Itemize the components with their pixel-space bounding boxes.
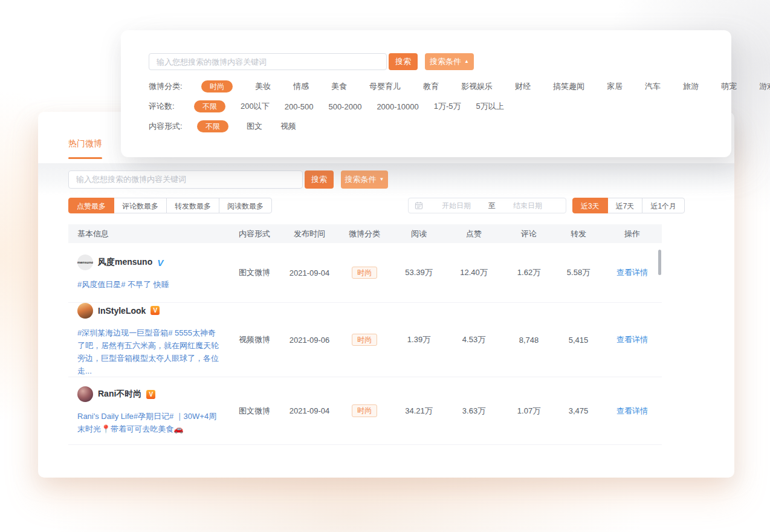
- filter-option[interactable]: 1万-5万: [434, 101, 461, 112]
- sort-tabs: 点赞最多 评论数最多 转发数最多 阅读数最多: [68, 198, 272, 213]
- table-row: mensuno 风度mensuno V #风度值日星# 不早了 快睡 图文微博 …: [68, 243, 662, 303]
- cell-category: 时尚: [335, 334, 393, 346]
- filter-option[interactable]: 200-500: [285, 102, 314, 111]
- filter-label: 内容形式:: [149, 121, 190, 132]
- header-likes: 点赞: [444, 229, 503, 239]
- filter-row-content-format: 内容形式: 不限 图文 视频: [149, 120, 731, 132]
- weibo-content-link[interactable]: #深圳某海边现一巨型音箱# 5555太神奇了吧，居然有五六米高，就在网红魔天轮旁…: [77, 326, 219, 377]
- filter-option[interactable]: 母婴育儿: [369, 81, 401, 92]
- sort-tab-reads[interactable]: 阅读数最多: [219, 198, 272, 213]
- cell-reposts: 5,415: [554, 336, 603, 345]
- cell-likes: 3.63万: [444, 406, 503, 417]
- filter-option[interactable]: 影视娱乐: [461, 81, 493, 92]
- filter-selected-pill[interactable]: 时尚: [201, 80, 233, 92]
- quick-range-1m[interactable]: 近1个月: [642, 198, 685, 213]
- header-reposts: 转发: [554, 229, 603, 239]
- sort-tab-reposts[interactable]: 转发数最多: [166, 198, 219, 213]
- table-row: InStyleLook V #深圳某海边现一巨型音箱# 5555太神奇了吧，居然…: [68, 303, 662, 377]
- filter-option[interactable]: 旅游: [683, 81, 699, 92]
- cell-content-format: 图文微博: [225, 267, 283, 278]
- user-line: InStyleLook V: [77, 303, 219, 319]
- search-conditions-button[interactable]: 搜索条件 ▼: [341, 170, 388, 189]
- category-tag: 时尚: [352, 404, 377, 417]
- search-conditions-label: 搜索条件: [345, 174, 377, 185]
- filter-option[interactable]: 家居: [607, 81, 623, 92]
- chevron-down-icon: ▼: [380, 177, 384, 182]
- cell-action: 查看详情: [603, 334, 662, 345]
- filter-search-row: 搜索 搜索条件 ▲: [149, 53, 731, 70]
- filter-option[interactable]: 500-2000: [328, 102, 361, 111]
- verified-blue-icon: V: [157, 258, 163, 268]
- filter-option[interactable]: 教育: [423, 81, 439, 92]
- view-details-link[interactable]: 查看详情: [616, 335, 648, 344]
- cell-publish-time: 2021-09-06: [283, 336, 335, 345]
- username[interactable]: 风度mensuno: [98, 257, 152, 268]
- filter-option[interactable]: 游戏: [759, 81, 770, 92]
- cell-content-format: 图文微博: [225, 406, 283, 417]
- tab-active-underline: [68, 157, 102, 159]
- header-basic-info: 基本信息: [68, 229, 225, 239]
- date-range-input[interactable]: 开始日期 至 结束日期: [408, 198, 566, 213]
- cell-likes: 12.40万: [444, 267, 503, 278]
- username[interactable]: Rani不时尚: [98, 389, 141, 400]
- filter-option[interactable]: 汽车: [645, 81, 661, 92]
- start-date-placeholder[interactable]: 开始日期: [424, 201, 488, 211]
- header-comments: 评论: [503, 229, 554, 239]
- quick-range-3d[interactable]: 近3天: [572, 198, 608, 213]
- cell-comments: 1.07万: [503, 406, 554, 417]
- search-input[interactable]: [149, 53, 387, 70]
- weibo-content-link[interactable]: #风度值日星# 不早了 快睡: [77, 278, 219, 291]
- search-filter-panel: 搜索 搜索条件 ▲ 微博分类: 时尚 美妆 情感 美食 母婴育儿 教育 影视娱乐…: [121, 30, 731, 157]
- user-line: mensuno 风度mensuno V: [77, 255, 219, 270]
- search-button[interactable]: 搜索: [305, 170, 334, 189]
- header-action: 操作: [603, 229, 662, 239]
- cell-basic-info: InStyleLook V #深圳某海边现一巨型音箱# 5555太神奇了吧，居然…: [68, 303, 225, 377]
- cell-publish-time: 2021-09-04: [283, 268, 335, 277]
- filter-option[interactable]: 视频: [280, 121, 296, 132]
- date-range-separator: 至: [488, 201, 496, 211]
- avatar[interactable]: [77, 386, 93, 402]
- filter-option[interactable]: 美妆: [255, 81, 271, 92]
- cell-likes: 4.53万: [444, 334, 503, 345]
- avatar[interactable]: mensuno: [77, 255, 93, 270]
- cell-basic-info: mensuno 风度mensuno V #风度值日星# 不早了 快睡: [68, 255, 225, 291]
- filter-option[interactable]: 情感: [293, 81, 309, 92]
- weibo-content-link[interactable]: Rani's Daily Life#孕期日记# ｜30W+4周末时光📍带着可可去…: [77, 410, 219, 435]
- page: 热门微博 搜索 搜索条件 ▼ 点赞最多 评论数最多 转发数最多 阅读数最多: [0, 0, 770, 532]
- filter-selected-pill[interactable]: 不限: [197, 120, 228, 132]
- cell-category: 时尚: [335, 267, 393, 279]
- filter-option[interactable]: 图文: [247, 121, 262, 132]
- quick-range-7d[interactable]: 近7天: [607, 198, 643, 213]
- search-conditions-button[interactable]: 搜索条件 ▲: [425, 53, 474, 70]
- search-button[interactable]: 搜索: [389, 53, 418, 70]
- cell-reads: 1.39万: [393, 334, 444, 345]
- header-category: 微博分类: [335, 229, 393, 239]
- tab-hot-weibo[interactable]: 热门微博: [68, 138, 102, 159]
- view-details-link[interactable]: 查看详情: [616, 406, 648, 415]
- filter-option[interactable]: 2000-10000: [377, 102, 418, 111]
- filter-option[interactable]: 5万以上: [476, 101, 504, 112]
- user-line: Rani不时尚 V: [77, 386, 219, 402]
- cell-reads: 53.39万: [393, 267, 444, 278]
- avatar[interactable]: [77, 303, 93, 319]
- sort-tab-likes[interactable]: 点赞最多: [68, 198, 114, 213]
- search-input[interactable]: [68, 170, 303, 189]
- header-content-format: 内容形式: [225, 229, 283, 239]
- filter-option[interactable]: 萌宠: [721, 81, 737, 92]
- filter-option[interactable]: 财经: [515, 81, 531, 92]
- username[interactable]: InStyleLook: [98, 306, 146, 316]
- verified-orange-icon: V: [150, 306, 160, 315]
- end-date-placeholder[interactable]: 结束日期: [496, 201, 560, 211]
- tab-hot-weibo-label: 热门微博: [68, 138, 102, 149]
- header-reads: 阅读: [393, 229, 444, 239]
- filter-row-category: 微博分类: 时尚 美妆 情感 美食 母婴育儿 教育 影视娱乐 财经 搞笑趣闻 家…: [149, 80, 731, 92]
- filter-option[interactable]: 美食: [331, 81, 347, 92]
- sort-tab-comments[interactable]: 评论数最多: [114, 198, 167, 213]
- scrollbar-thumb[interactable]: [658, 250, 661, 275]
- filter-selected-pill[interactable]: 不限: [194, 100, 225, 112]
- filter-option[interactable]: 200以下: [241, 101, 270, 112]
- cell-action: 查看详情: [603, 406, 662, 417]
- cell-comments: 1.62万: [503, 267, 554, 278]
- filter-option[interactable]: 搞笑趣闻: [553, 81, 584, 92]
- view-details-link[interactable]: 查看详情: [616, 268, 648, 277]
